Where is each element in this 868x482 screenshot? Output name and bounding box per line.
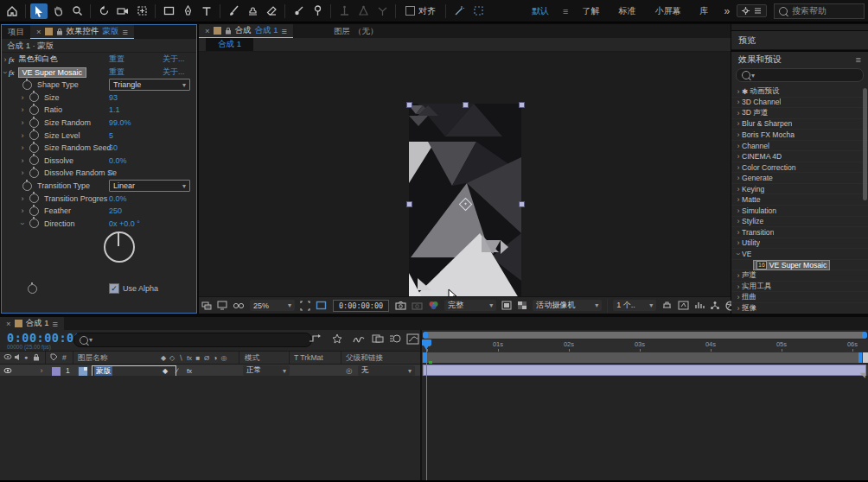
workspace-tab-learn[interactable]: 了解 [582, 5, 599, 17]
effects-category-row[interactable]: › Channel [731, 141, 868, 152]
param-value[interactable]: 0x +0.0 ° [109, 219, 140, 228]
effect-param-row[interactable]: › Dissolve 0.0% [2, 155, 196, 168]
close-icon[interactable]: × [36, 27, 41, 36]
share-view-icon[interactable] [661, 301, 673, 310]
effect-about-link[interactable]: 关于... [163, 67, 185, 78]
stopwatch-icon[interactable] [29, 105, 39, 115]
comp-marker-bin-icon[interactable]: ◥ [860, 371, 865, 379]
expander-icon[interactable]: › [19, 105, 26, 114]
text-tool-icon[interactable] [198, 3, 215, 19]
effects-category-row[interactable]: › 声道 [731, 270, 868, 282]
panel-menu-icon[interactable]: ≡ [53, 319, 58, 329]
effects-category-row[interactable]: › 扭曲 [731, 292, 868, 303]
effect-row[interactable]: › fx 黑色和白色 重置 关于... [2, 53, 196, 66]
effects-category-row[interactable]: › Generate [731, 173, 868, 184]
stopwatch-icon[interactable] [29, 206, 39, 216]
effect-param-row[interactable]: Transition Type Linear▾ [2, 180, 196, 193]
pixel-aspect-icon[interactable] [710, 301, 720, 310]
snap-checkbox[interactable] [405, 6, 415, 16]
tab-layer[interactable]: 图层 （无） [328, 24, 385, 38]
time-navigator-bar[interactable] [423, 332, 867, 339]
channel-rgb-icon[interactable] [428, 301, 439, 310]
transparency-grid-icon[interactable] [517, 301, 527, 310]
workspace-settings-box[interactable] [737, 4, 767, 17]
effects-category-row[interactable]: › Blur & Sharpen [731, 119, 868, 130]
expander-icon[interactable]: › [19, 206, 26, 215]
expander-icon[interactable]: › [735, 109, 742, 117]
expander-icon[interactable]: › [735, 293, 742, 301]
stopwatch-icon[interactable] [22, 181, 32, 191]
effects-category-row[interactable]: › Simulation [731, 206, 868, 217]
wand-icon[interactable] [450, 3, 468, 19]
magnification-glasses-icon[interactable] [233, 301, 245, 309]
timeline-search-input[interactable]: ▾ [73, 333, 312, 347]
effect-name[interactable]: VE Super Mosaic [19, 68, 86, 77]
trkmat-column-label[interactable]: T TrkMat [294, 353, 323, 362]
region-of-interest-icon[interactable] [316, 301, 327, 310]
effects-category-row[interactable]: › Matte [731, 194, 868, 206]
expander-icon[interactable]: › [2, 55, 9, 64]
home-icon[interactable] [3, 3, 21, 19]
expander-icon[interactable]: › [735, 228, 742, 237]
workspace-tab-standard[interactable]: 标准 [618, 5, 635, 17]
hand-tool-icon[interactable] [49, 3, 67, 19]
shape-tool-icon[interactable] [160, 3, 177, 19]
expander-open-icon[interactable]: › [1, 69, 10, 76]
world-axis-mode-icon[interactable] [354, 3, 372, 19]
viewer-timecode[interactable]: 0:00:00:00 [333, 300, 389, 312]
selection-handle[interactable] [519, 201, 525, 207]
clone-stamp-tool-icon[interactable] [244, 3, 261, 19]
frame-blend-icon[interactable] [372, 333, 384, 346]
expander-icon[interactable]: › [735, 185, 742, 193]
grid-guides-icon[interactable] [300, 301, 310, 311]
panel-menu-icon[interactable]: ≡ [856, 54, 861, 65]
param-dropdown[interactable]: Triangle▾ [109, 79, 190, 91]
expander-open-icon[interactable]: › [18, 220, 27, 227]
effects-category-row[interactable]: › 抠像 [731, 303, 868, 314]
effects-category-row[interactable]: › VE [731, 249, 868, 260]
tab-effect-controls[interactable]: × 效果控件 蒙版 ≡ [30, 25, 134, 39]
layer-expander-icon[interactable]: › [38, 366, 45, 375]
effects-category-row[interactable]: 16 VE Super Mosaic [731, 260, 868, 271]
layer-label-color[interactable] [52, 367, 61, 376]
effects-category-row[interactable]: › Utility [731, 238, 868, 250]
selection-handle[interactable] [406, 102, 412, 108]
mode-column-label[interactable]: 模式 [245, 353, 259, 364]
selection-handle[interactable] [463, 102, 469, 108]
selected-effect-item[interactable]: 16 VE Super Mosaic [754, 261, 829, 270]
effect-param-row[interactable]: › Direction 0x +0.0 ° [2, 218, 196, 231]
workspace-tab-library[interactable]: 库 [699, 5, 708, 17]
comp-subtab[interactable]: 合成 1 [206, 38, 253, 51]
effects-category-row[interactable]: › Keying [731, 184, 868, 195]
camera-tool-icon[interactable] [114, 3, 131, 19]
expander-icon[interactable]: › [19, 131, 26, 140]
expander-icon[interactable]: › [19, 143, 26, 152]
pan-behind-tool-icon[interactable] [133, 3, 150, 19]
zoom-dropdown[interactable]: 25%▾ [250, 300, 295, 311]
expander-icon[interactable]: › [735, 152, 742, 161]
toggle-mask-path-icon[interactable] [678, 301, 689, 310]
brush-tool-icon[interactable] [225, 3, 242, 19]
local-axis-mode-icon[interactable] [335, 3, 353, 19]
fast-preview-icon[interactable] [501, 301, 512, 310]
parent-dropdown[interactable]: 无▾ [358, 365, 415, 376]
effect-param-row[interactable]: › Dissolve Random Se 0 [2, 167, 196, 180]
effects-category-row[interactable]: › Boris FX Mocha [731, 130, 868, 141]
stopwatch-icon[interactable] [29, 118, 39, 128]
expander-icon[interactable]: › [735, 206, 742, 215]
primary-viewer-icon[interactable] [217, 301, 227, 310]
blend-mode-dropdown[interactable]: 正常▾ [243, 365, 290, 376]
effect-param-row[interactable]: › Size Level 5 [2, 129, 196, 142]
stopwatch-icon[interactable] [29, 155, 39, 165]
expander-icon[interactable]: › [735, 87, 742, 96]
stopwatch-icon[interactable] [29, 130, 39, 140]
selection-handle[interactable] [406, 201, 412, 207]
pickwhip-icon[interactable]: ◎ [346, 366, 353, 375]
view-camera-dropdown[interactable]: 活动摄像机▾ [533, 300, 602, 311]
selection-handle[interactable] [519, 102, 525, 108]
parent-link-column-label[interactable]: 父级和链接 [346, 353, 383, 364]
workspace-tab-small-screen[interactable]: 小屏幕 [654, 5, 680, 17]
panel-menu-icon[interactable]: ≡ [123, 27, 128, 37]
view-layout-dropdown[interactable]: 1 个..▾ [613, 300, 656, 311]
stopwatch-icon[interactable] [22, 80, 32, 90]
